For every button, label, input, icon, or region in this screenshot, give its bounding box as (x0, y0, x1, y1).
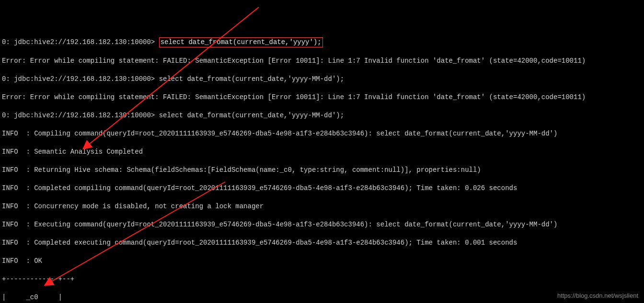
terminal-line: 0: jdbc:hive2://192.168.182.130:10000> s… (2, 37, 642, 47)
info-line: INFO : Executing command(queryId=root_20… (2, 220, 642, 229)
table-separator: +-------------+--+ (2, 275, 642, 284)
terminal-line: 0: jdbc:hive2://192.168.182.130:10000> s… (2, 111, 642, 120)
info-line: INFO : OK (2, 257, 642, 266)
info-line: INFO : Completed executing command(query… (2, 238, 642, 247)
prompt: 0: jdbc:hive2://192.168.182.130:10000> (2, 112, 159, 119)
error-line: Error: Error while compiling statement: … (2, 56, 642, 66)
info-line: INFO : Completed compiling command(query… (2, 184, 642, 193)
info-line: INFO : Compiling command(queryId=root_20… (2, 129, 642, 138)
error-line: Error: Error while compiling statement: … (2, 93, 642, 102)
highlighted-command-1: select date_fromat(current_date,'yyyy'); (159, 37, 323, 47)
command-text: select date_format(current_date,'yyyy-MM… (159, 112, 344, 119)
command-text: select date_fromat(current_date,'yyyy-MM… (159, 75, 344, 83)
watermark: https://blog.csdn.net/wsjslient (557, 291, 638, 300)
terminal-line: 0: jdbc:hive2://192.168.182.130:10000> s… (2, 75, 642, 84)
info-line: INFO : Semantic Analysis Completed (2, 147, 642, 157)
table-header: | _c0 | (2, 293, 642, 302)
prompt: 0: jdbc:hive2://192.168.182.130:10000> (2, 75, 159, 83)
prompt: 0: jdbc:hive2://192.168.182.130:10000> (2, 38, 159, 46)
info-line: INFO : Returning Hive schema: Schema(fie… (2, 166, 642, 175)
arrow-icon (34, 180, 240, 290)
svg-line-1 (46, 182, 225, 285)
info-line: INFO : Concurrency mode is disabled, not… (2, 202, 642, 211)
